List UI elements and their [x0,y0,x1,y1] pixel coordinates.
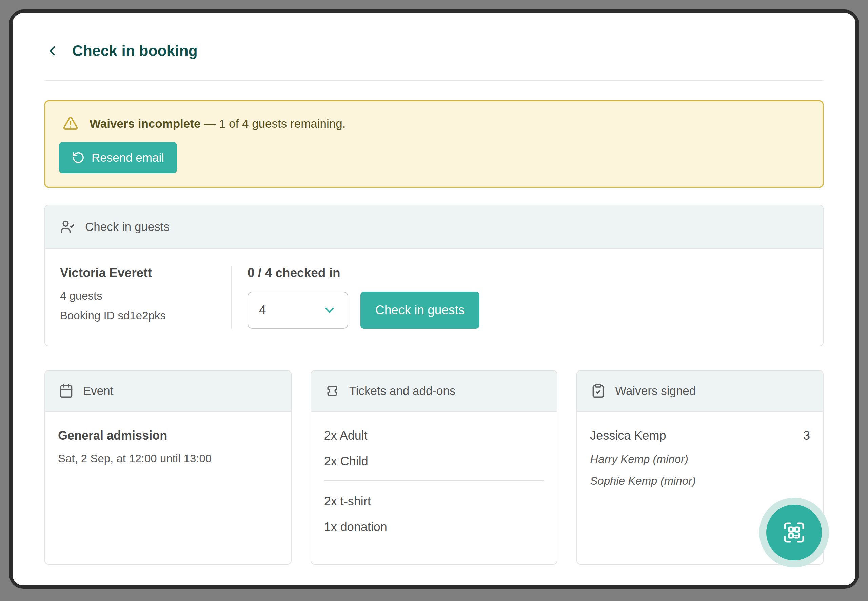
warning-message: Waivers incomplete — 1 of 4 guests remai… [90,117,345,131]
check-in-guests-button[interactable]: Check in guests [360,291,479,329]
waiver-minor: Harry Kemp (minor) [590,453,810,466]
ticket-item: 2x Adult [324,429,544,443]
event-card-body: General admission Sat, 2 Sep, at 12:00 u… [45,412,291,564]
event-card-header: Event [45,371,291,412]
ticket-icon [325,383,340,398]
card-title: Event [83,384,114,398]
tickets-card-header: Tickets and add-ons [311,371,557,412]
check-in-guests-panel: Check in guests Victoria Everett 4 guest… [44,205,824,346]
section-title: Check in guests [85,220,169,233]
rotate-ccw-icon [72,151,85,164]
page-header: Check in booking [44,43,824,59]
tickets-card-body: 2x Adult 2x Child 2x t-shirt 1x donation [311,412,557,564]
waivers-card-header: Waivers signed [577,371,823,412]
event-schedule: Sat, 2 Sep, at 12:00 until 13:00 [58,452,278,465]
check-in-booking-window: Check in booking Waivers incomplete — 1 … [9,9,859,589]
scan-qr-button-circle [766,505,822,560]
alert-triangle-icon [63,116,79,132]
booking-detail-cards: Event General admission Sat, 2 Sep, at 1… [44,370,824,565]
check-in-controls: 0 / 4 checked in 4 Check in guests [232,266,479,329]
waivers-card: Waivers signed Jessica Kemp 3 Harry Kemp… [577,370,824,565]
page-title: Check in booking [72,43,198,59]
guest-name: Victoria Everett [60,266,231,280]
guest-count: 4 guests [60,290,231,302]
waiver-signer-name: Jessica Kemp [590,429,666,443]
guest-quantity-select[interactable]: 4 [247,291,348,329]
waiver-count-badge: 3 [803,429,810,443]
check-in-guests-header: Check in guests [45,206,823,249]
clipboard-check-icon [590,383,606,398]
user-check-icon [60,219,75,234]
chevron-down-icon [322,303,337,317]
event-card: Event General admission Sat, 2 Sep, at 1… [44,370,291,565]
scan-qr-button[interactable] [759,497,829,567]
addon-item: 1x donation [324,520,544,534]
checked-in-status: 0 / 4 checked in [247,266,479,280]
addon-item: 2x t-shirt [324,494,544,508]
resend-email-button[interactable]: Resend email [59,142,177,173]
guest-quantity-value: 4 [259,303,266,317]
back-button[interactable] [44,43,60,59]
ticket-item: 2x Child [324,454,544,468]
header-divider [44,80,824,81]
chevron-left-icon [45,43,59,58]
card-title: Waivers signed [615,384,696,398]
qr-scan-icon [782,520,806,545]
tickets-card: Tickets and add-ons 2x Adult 2x Child 2x… [311,370,558,565]
booking-summary: Victoria Everett 4 guests Booking ID sd1… [60,266,231,329]
calendar-icon [59,383,73,398]
event-name: General admission [58,429,278,443]
waivers-incomplete-banner: Waivers incomplete — 1 of 4 guests remai… [44,100,824,188]
booking-id: Booking ID sd1e2pks [60,309,231,322]
card-title: Tickets and add-ons [349,384,456,398]
waiver-minor: Sophie Kemp (minor) [590,474,810,487]
tickets-addons-divider [324,480,544,480]
